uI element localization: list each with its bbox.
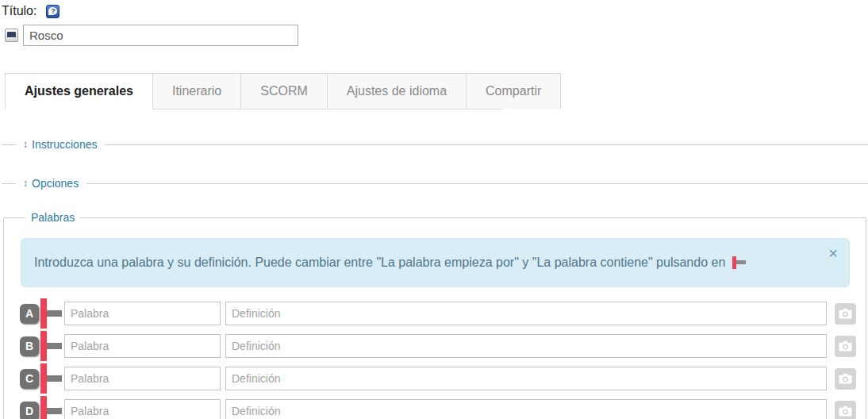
- editor-monitor-glyph: [7, 32, 16, 39]
- word-row-d: D: [20, 399, 856, 419]
- word-row-b: B: [20, 334, 856, 358]
- separator-line: [2, 144, 16, 145]
- word-mode-toggle-icon[interactable]: [40, 396, 62, 419]
- add-image-button[interactable]: [835, 401, 856, 419]
- section-label-text: Instrucciones: [32, 138, 97, 151]
- word-mode-toggle-icon[interactable]: [40, 298, 62, 329]
- titulo-header: Título: ?: [2, 4, 868, 18]
- flag-red-bar: [40, 396, 47, 419]
- page-root: Título: ? Ajustes generales Itinerario S…: [0, 0, 868, 419]
- separator-line: [2, 183, 16, 184]
- tab-ajustes-generales[interactable]: Ajustes generales: [5, 73, 153, 110]
- section-opciones-label: ↕ Opciones: [16, 177, 86, 190]
- word-input[interactable]: [64, 367, 221, 390]
- camera-icon: [839, 373, 852, 384]
- letter-badge[interactable]: B: [20, 336, 39, 356]
- camera-icon: [839, 340, 852, 352]
- tab-compartir[interactable]: Compartir: [467, 73, 561, 109]
- word-input[interactable]: [64, 334, 221, 358]
- word-mode-toggle-icon[interactable]: [40, 363, 62, 394]
- flag-gray-bar: [47, 408, 62, 414]
- section-opciones[interactable]: ↕ Opciones: [2, 177, 868, 190]
- flag-red-bar: [40, 331, 47, 361]
- palabras-legend: Palabras: [25, 211, 80, 224]
- section-instrucciones[interactable]: ↕ Instrucciones: [2, 138, 868, 151]
- tab-bar: Ajustes generales Itinerario SCORM Ajust…: [5, 73, 502, 110]
- separator-line: [86, 183, 868, 184]
- help-question-glyph: ?: [48, 7, 57, 15]
- word-mode-flag-icon: [732, 256, 747, 269]
- definition-input[interactable]: [225, 399, 827, 419]
- word-row-a: A: [20, 302, 856, 325]
- info-alert-text: Introduzca una palabra y su definición. …: [34, 256, 725, 269]
- camera-icon: [839, 308, 852, 319]
- section-instrucciones-label: ↕ Instrucciones: [16, 138, 105, 151]
- separator-line: [105, 144, 868, 145]
- add-image-button[interactable]: [835, 368, 856, 390]
- camera-icon: [839, 406, 852, 417]
- word-mode-toggle-icon[interactable]: [40, 331, 62, 361]
- tab-scorm[interactable]: SCORM: [241, 73, 328, 109]
- add-image-button[interactable]: [835, 303, 856, 325]
- word-input[interactable]: [64, 302, 221, 325]
- flag-gray-bar: [736, 260, 746, 264]
- word-row-c: C: [20, 367, 856, 390]
- title-input-row: [5, 25, 868, 46]
- section-label-text: Opciones: [32, 177, 79, 190]
- tab-ajustes-de-idioma[interactable]: Ajustes de idioma: [328, 73, 467, 109]
- flag-red-bar: [40, 298, 47, 329]
- definition-input[interactable]: [225, 302, 827, 325]
- help-icon[interactable]: ?: [46, 5, 60, 18]
- title-input[interactable]: [23, 25, 298, 46]
- definition-input[interactable]: [225, 367, 827, 390]
- letter-badge[interactable]: C: [20, 369, 39, 389]
- tab-itinerario[interactable]: Itinerario: [153, 73, 241, 109]
- letter-badge[interactable]: A: [20, 304, 39, 324]
- flag-red-bar: [40, 363, 47, 394]
- flag-gray-bar: [47, 310, 62, 317]
- word-input[interactable]: [64, 399, 221, 419]
- info-alert: Introduzca una palabra y su definición. …: [21, 238, 850, 287]
- flag-gray-bar: [47, 375, 62, 382]
- close-icon[interactable]: ×: [828, 245, 838, 261]
- collapse-arrows-icon: ↕: [23, 139, 28, 150]
- flag-gray-bar: [47, 343, 62, 349]
- editor-toggle-icon[interactable]: [5, 29, 18, 42]
- palabras-fieldset: Palabras Introduzca una palabra y su def…: [3, 211, 866, 419]
- collapse-arrows-icon: ↕: [23, 178, 28, 189]
- definition-input[interactable]: [225, 334, 827, 358]
- add-image-button[interactable]: [835, 336, 856, 357]
- word-rows: A B: [20, 302, 856, 419]
- titulo-label: Título:: [2, 4, 36, 18]
- letter-badge[interactable]: D: [20, 402, 39, 419]
